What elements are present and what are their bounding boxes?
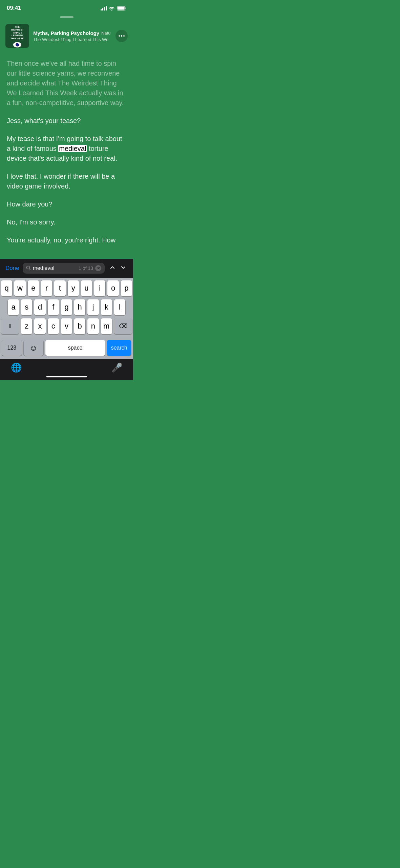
home-indicator (46, 376, 87, 377)
key-f[interactable]: f (48, 299, 59, 315)
find-bar: Done medieval 1 of 13 ✕ (0, 259, 133, 278)
podcast-title: Myths, Parking Psychology Natu E (33, 30, 111, 36)
key-e[interactable]: e (28, 280, 39, 296)
find-search-input[interactable]: medieval (33, 265, 77, 271)
key-l[interactable]: l (114, 299, 125, 315)
podcast-eye (13, 42, 21, 47)
clear-icon: ✕ (97, 267, 100, 270)
space-key[interactable]: space (45, 340, 105, 356)
mic-icon[interactable]: 🎤 (111, 362, 122, 373)
drag-handle-bar (60, 16, 73, 18)
keyboard-bottom-actions: 🌐 🎤 (0, 359, 133, 374)
emoji-key[interactable]: ☺ (24, 340, 43, 356)
key-n[interactable]: n (87, 318, 99, 334)
transcript-paragraph-7: You're actually, no, you're right. How (7, 235, 126, 245)
drag-handle[interactable] (0, 14, 133, 21)
find-next-button[interactable] (119, 264, 128, 273)
key-q[interactable]: q (1, 280, 12, 296)
globe-icon[interactable]: 🌐 (11, 362, 22, 373)
keyboard-row-1: q w e r t y u i o p (1, 280, 132, 296)
keyboard-rows: q w e r t y u i o p a s d f g h j k l ⇧ … (0, 278, 133, 359)
transcript-paragraph-3: My tease is that I'm going to talk about… (7, 134, 126, 163)
shift-key[interactable]: ⇧ (1, 318, 19, 334)
transcript-content: Then once we've all had time to spin our… (0, 52, 133, 259)
podcast-thumbnail-text: THEWEIRDESTTHING ILEARNEDTHIS WEEK (9, 24, 25, 41)
find-input-container: medieval 1 of 13 ✕ (23, 263, 105, 274)
key-j[interactable]: j (87, 299, 99, 315)
battery-icon (117, 6, 126, 11)
key-b[interactable]: b (74, 318, 85, 334)
transcript-paragraph-5: How dare you? (7, 199, 126, 209)
key-v[interactable]: v (61, 318, 72, 334)
wifi-icon (109, 6, 115, 11)
podcast-thumbnail: THEWEIRDESTTHING ILEARNEDTHIS WEEK (5, 24, 29, 48)
signal-icon (101, 6, 107, 11)
key-y[interactable]: y (68, 280, 79, 296)
home-indicator-area (0, 374, 133, 380)
podcast-info: Myths, Parking Psychology Natu E The Wei… (33, 30, 111, 42)
key-r[interactable]: r (41, 280, 52, 296)
key-c[interactable]: c (48, 318, 59, 334)
find-navigation (108, 264, 128, 273)
key-x[interactable]: x (34, 318, 45, 334)
search-key[interactable]: search (107, 340, 131, 356)
transcript-paragraph-4: I love that. I wonder if there will be a… (7, 172, 126, 191)
key-t[interactable]: t (54, 280, 65, 296)
podcast-header: THEWEIRDESTTHING ILEARNEDTHIS WEEK Myths… (0, 21, 133, 52)
more-dots-icon (119, 35, 125, 37)
status-time: 09:41 (7, 5, 21, 12)
find-clear-button[interactable]: ✕ (95, 265, 101, 271)
key-w[interactable]: w (14, 280, 25, 296)
find-prev-button[interactable] (108, 264, 117, 273)
key-g[interactable]: g (61, 299, 72, 315)
key-o[interactable]: o (107, 280, 119, 296)
key-u[interactable]: u (81, 280, 92, 296)
keyboard-row-2: a s d f g h j k l (1, 299, 132, 315)
podcast-channel: Natu (101, 31, 110, 36)
key-p[interactable]: p (121, 280, 132, 296)
status-icons (101, 6, 126, 11)
keyboard-row-3: ⇧ z x c v b n m ⌫ (1, 318, 132, 334)
keyboard-row-4: 123 ☺ space search (1, 337, 132, 358)
more-options-button[interactable] (115, 30, 128, 42)
key-k[interactable]: k (101, 299, 112, 315)
status-bar: 09:41 (0, 0, 133, 14)
key-i[interactable]: i (94, 280, 105, 296)
find-result-count: 1 of 13 (79, 265, 93, 271)
transcript-paragraph-2: Jess, what's your tease? (7, 116, 126, 126)
transcript-highlighted-word: medieval (58, 145, 87, 152)
podcast-pupil (16, 43, 19, 46)
backspace-key[interactable]: ⌫ (114, 318, 132, 334)
key-z[interactable]: z (21, 318, 32, 334)
key-h[interactable]: h (74, 299, 85, 315)
numbers-key[interactable]: 123 (2, 340, 22, 356)
transcript-paragraph-6: No, I'm so sorry. (7, 217, 126, 227)
podcast-subtitle: The Weirdest Thing I Learned This We (33, 37, 111, 42)
find-done-button[interactable]: Done (5, 265, 19, 272)
key-s[interactable]: s (21, 299, 32, 315)
find-search-icon (26, 265, 31, 271)
keyboard: q w e r t y u i o p a s d f g h j k l ⇧ … (0, 278, 133, 380)
key-d[interactable]: d (34, 299, 45, 315)
key-a[interactable]: a (8, 299, 19, 315)
key-m[interactable]: m (101, 318, 112, 334)
svg-rect-1 (118, 7, 125, 10)
transcript-paragraph-1: Then once we've all had time to spin our… (7, 59, 126, 108)
